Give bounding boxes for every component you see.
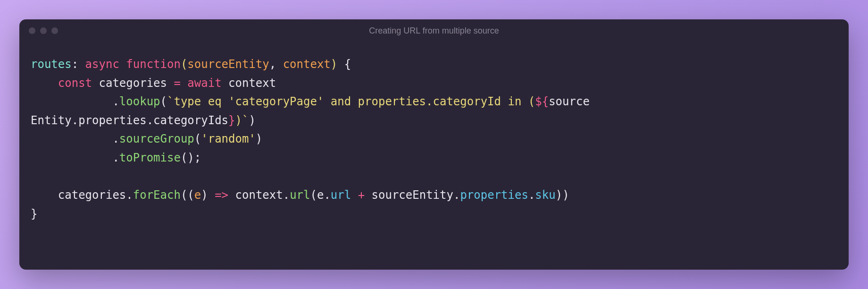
code-token: ) xyxy=(331,58,344,71)
code-token: const xyxy=(58,76,99,90)
minimize-icon[interactable] xyxy=(40,27,47,34)
code-token: (); xyxy=(181,151,201,164)
code-token: 'random' xyxy=(201,132,256,145)
code-token: routes xyxy=(31,58,72,71)
code-token: => xyxy=(215,188,228,202)
code-token: toPromise xyxy=(119,151,181,164)
code-token: async xyxy=(85,58,126,71)
code-token: (e. xyxy=(310,188,330,202)
code-token: )) xyxy=(556,188,569,202)
code-token: properties xyxy=(460,188,528,202)
code-token: context. xyxy=(228,188,290,202)
code-token: ${ xyxy=(535,95,549,108)
code-token: categories xyxy=(99,76,174,90)
code-token: e xyxy=(194,188,201,202)
code-token: { xyxy=(344,58,351,71)
code-token: forEach xyxy=(133,188,181,202)
code-token xyxy=(31,76,58,90)
code-token: } xyxy=(228,114,235,127)
code-token: ( xyxy=(181,58,187,71)
code-token: } xyxy=(31,207,37,221)
code-token: . xyxy=(31,132,119,145)
code-token: + xyxy=(358,188,365,202)
code-token: categories. xyxy=(31,188,133,202)
code-token: ) xyxy=(249,114,255,127)
code-token: sourceEntity xyxy=(187,58,269,71)
code-token: sourceGroup xyxy=(119,132,194,145)
code-token: ) xyxy=(201,188,215,202)
code-token: . xyxy=(528,188,535,202)
code-token: . xyxy=(31,95,119,108)
code-token: context xyxy=(228,76,276,90)
code-area[interactable]: routes: async function(sourceEntity, con… xyxy=(19,42,849,270)
code-window: Creating URL from multiple source routes… xyxy=(19,19,849,270)
code-token: url xyxy=(290,188,310,202)
code-token: : xyxy=(72,58,85,71)
code-token: context xyxy=(283,58,331,71)
window-title: Creating URL from multiple source xyxy=(19,26,849,36)
code-token xyxy=(181,76,187,90)
code-token: `type eq 'categoryPage' and properties.c… xyxy=(167,95,535,108)
code-token: ( xyxy=(194,132,201,145)
code-token: function xyxy=(126,58,181,71)
code-token: ) xyxy=(256,132,262,145)
code-token: lookup xyxy=(119,95,160,108)
code-token: await xyxy=(187,76,228,90)
code-token xyxy=(351,188,358,202)
close-icon[interactable] xyxy=(29,27,35,34)
code-token: . xyxy=(31,151,119,164)
code-token: = xyxy=(174,76,180,90)
traffic-lights xyxy=(29,27,58,34)
code-token: Entity.properties.categoryIds xyxy=(31,114,228,127)
code-token: , xyxy=(269,58,283,71)
code-token: url xyxy=(331,188,351,202)
code-token: ( xyxy=(160,95,167,108)
titlebar: Creating URL from multiple source xyxy=(19,19,849,42)
code-token: sku xyxy=(535,188,555,202)
code-token: )` xyxy=(235,114,249,127)
code-token: (( xyxy=(181,188,194,202)
code-token: source xyxy=(549,95,590,108)
code-token: sourceEntity. xyxy=(365,188,460,202)
maximize-icon[interactable] xyxy=(51,27,58,34)
